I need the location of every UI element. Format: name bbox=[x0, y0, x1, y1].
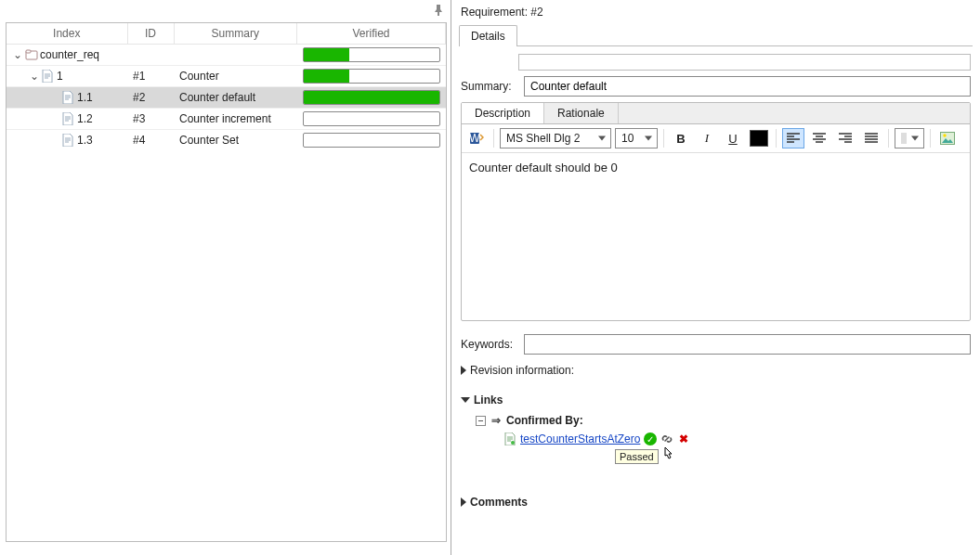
document-icon bbox=[62, 112, 75, 125]
row-summary: Counter bbox=[174, 66, 297, 87]
toolbar-sep bbox=[663, 129, 664, 148]
row-id: #1 bbox=[127, 66, 174, 87]
table-row[interactable]: 1.2#3Counter increment bbox=[7, 109, 446, 130]
keywords-input[interactable] bbox=[524, 334, 971, 355]
bold-button[interactable]: B bbox=[670, 128, 692, 148]
verified-progress bbox=[303, 90, 440, 105]
row-summary: Counter increment bbox=[174, 109, 297, 130]
link-item: testCounterStartsAtZero ✓ ✖ Passed bbox=[476, 432, 971, 445]
links-body: ⇒ Confirmed By: testCounterStartsAtZero … bbox=[461, 410, 971, 449]
row-summary: Counter default bbox=[174, 87, 297, 109]
word-import-icon[interactable]: W bbox=[465, 128, 488, 148]
align-right-button[interactable] bbox=[834, 128, 856, 148]
links-group-row[interactable]: ⇒ Confirmed By: bbox=[476, 414, 971, 427]
requirements-table-wrap: Index ID Summary Verified ⌄counter_req⌄1… bbox=[6, 22, 447, 542]
tab-description[interactable]: Description bbox=[462, 103, 544, 123]
col-verified[interactable]: Verified bbox=[297, 23, 446, 45]
row-id: #2 bbox=[127, 87, 174, 109]
table-row[interactable]: 1.1#2Counter default bbox=[7, 87, 446, 109]
underline-button[interactable]: U bbox=[722, 128, 744, 148]
keywords-row: Keywords: bbox=[461, 334, 971, 355]
confirmed-by-label: Confirmed By: bbox=[506, 414, 583, 427]
toolbar-sep bbox=[493, 129, 494, 148]
status-passed-icon: ✓ bbox=[644, 432, 657, 445]
document-icon bbox=[62, 134, 75, 147]
arrow-right-icon: ⇒ bbox=[491, 414, 501, 427]
collapse-icon[interactable] bbox=[476, 416, 486, 426]
row-id: #4 bbox=[127, 130, 174, 151]
verified-progress bbox=[303, 47, 440, 62]
align-justify-button[interactable] bbox=[860, 128, 882, 148]
verified-progress bbox=[303, 111, 440, 126]
summary-input[interactable] bbox=[524, 76, 971, 97]
tab-rationale[interactable]: Rationale bbox=[544, 103, 619, 123]
row-index-label: counter_req bbox=[40, 48, 99, 61]
svg-point-6 bbox=[511, 441, 515, 445]
section-links[interactable]: Links bbox=[461, 394, 971, 407]
row-index-label: 1 bbox=[57, 70, 63, 83]
tab-details[interactable]: Details bbox=[459, 25, 517, 46]
section-comments[interactable]: Comments bbox=[461, 496, 971, 509]
table-row[interactable]: 1.3#4Counter Set bbox=[7, 130, 446, 151]
font-select[interactable]: MS Shell Dlg 2 bbox=[500, 128, 611, 148]
links-label: Links bbox=[474, 394, 503, 407]
verified-progress bbox=[303, 69, 440, 84]
toolbar-sep bbox=[930, 129, 931, 148]
svg-rect-1 bbox=[26, 50, 31, 53]
app-root: Index ID Summary Verified ⌄counter_req⌄1… bbox=[0, 0, 980, 555]
col-index[interactable]: Index bbox=[7, 23, 127, 45]
expand-toggle[interactable]: ⌄ bbox=[29, 70, 40, 83]
highlight-color-select[interactable] bbox=[895, 128, 924, 148]
chain-link-icon[interactable] bbox=[660, 432, 673, 445]
row-id: #3 bbox=[127, 109, 174, 130]
row-id bbox=[127, 45, 174, 66]
col-id[interactable]: ID bbox=[127, 23, 174, 45]
revision-label: Revision information: bbox=[470, 364, 574, 377]
caret-down-icon bbox=[461, 397, 470, 403]
requirements-table: Index ID Summary Verified ⌄counter_req⌄1… bbox=[7, 23, 446, 150]
summary-row: Summary: bbox=[461, 76, 971, 97]
table-row[interactable]: ⌄counter_req bbox=[7, 45, 446, 66]
align-center-button[interactable] bbox=[808, 128, 830, 148]
test-link[interactable]: testCounterStartsAtZero bbox=[520, 432, 640, 445]
svg-text:W: W bbox=[469, 132, 480, 145]
document-icon bbox=[62, 91, 75, 104]
align-left-button[interactable] bbox=[782, 128, 804, 148]
folder-icon bbox=[25, 48, 38, 61]
toolbar-sep bbox=[888, 129, 889, 148]
expand-toggle[interactable]: ⌄ bbox=[12, 48, 23, 61]
editor-toolbar: W MS Shell Dlg 2 10 B I U bbox=[462, 124, 970, 153]
doc-icon bbox=[503, 432, 516, 445]
summary-label: Summary: bbox=[461, 80, 516, 93]
pin-icon[interactable] bbox=[434, 5, 443, 16]
italic-button[interactable]: I bbox=[696, 128, 718, 148]
cursor-icon bbox=[660, 445, 676, 464]
row-index-label: 1.3 bbox=[77, 134, 93, 147]
font-size-select[interactable]: 10 bbox=[615, 128, 658, 148]
row-summary: Counter Set bbox=[174, 130, 297, 151]
right-panel: Requirement: #2 Details Summary: Descrip… bbox=[451, 0, 980, 555]
keywords-label: Keywords: bbox=[461, 338, 516, 351]
text-color-button[interactable] bbox=[748, 128, 770, 148]
insert-image-button[interactable] bbox=[936, 128, 959, 148]
col-summary[interactable]: Summary bbox=[174, 23, 297, 45]
verified-progress bbox=[303, 133, 440, 148]
row-summary bbox=[174, 45, 297, 66]
delete-link-icon[interactable]: ✖ bbox=[677, 432, 690, 445]
row-index-label: 1.1 bbox=[77, 91, 93, 104]
editor-tabs: Description Rationale bbox=[462, 103, 970, 124]
table-header-row: Index ID Summary Verified bbox=[7, 23, 446, 45]
editor: Description Rationale W MS Shell Dlg 2 1… bbox=[461, 102, 971, 321]
editor-textarea[interactable]: Counter default should be 0 bbox=[462, 153, 970, 320]
field-placeholder-top bbox=[518, 54, 971, 71]
details-body: Summary: Description Rationale W MS Shel… bbox=[451, 46, 980, 555]
caret-right-icon bbox=[461, 497, 466, 507]
table-row[interactable]: ⌄1#1Counter bbox=[7, 66, 446, 87]
comments-label: Comments bbox=[470, 496, 528, 509]
page-title: Requirement: #2 bbox=[451, 0, 980, 24]
caret-right-icon bbox=[461, 366, 466, 375]
document-icon bbox=[42, 70, 55, 83]
row-index-label: 1.2 bbox=[77, 112, 93, 125]
left-toolbar bbox=[0, 0, 451, 20]
section-revision[interactable]: Revision information: bbox=[461, 364, 971, 377]
